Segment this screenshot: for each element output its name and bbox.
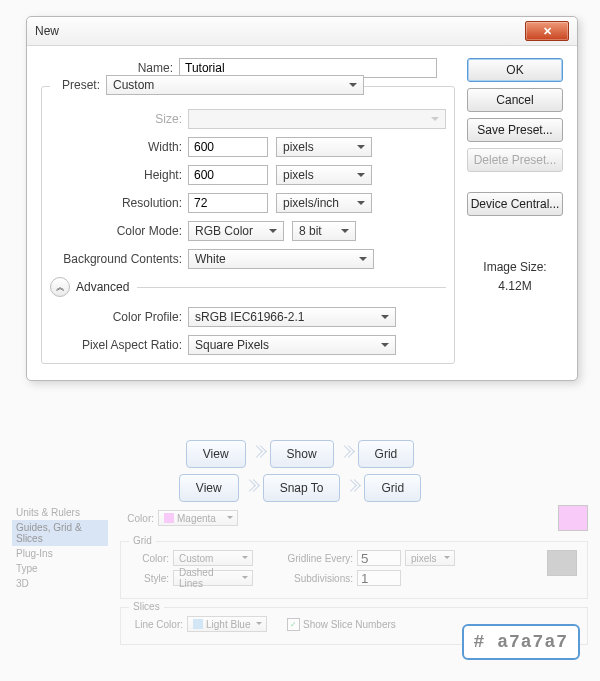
device-central-button[interactable]: Device Central... (467, 192, 563, 216)
subdivisions-input[interactable] (357, 570, 401, 586)
ok-button[interactable]: OK (467, 58, 563, 82)
prefs-sidebar: Units & Rulers Guides, Grid & Slices Plu… (12, 505, 108, 591)
bg-value: White (195, 252, 226, 266)
color-profile-value: sRGB IEC61966-2.1 (195, 310, 304, 324)
width-label: Width: (50, 140, 188, 154)
chevron-right-icon (245, 478, 257, 498)
chevron-right-icon (252, 444, 264, 464)
close-icon: ✕ (543, 25, 552, 38)
width-unit-value: pixels (283, 140, 314, 154)
crumb-view[interactable]: View (186, 440, 246, 468)
dialog-title: New (35, 24, 59, 38)
hex-code-callout: # a7a7a7 (462, 624, 580, 660)
delete-preset-label: Delete Preset... (474, 153, 557, 167)
new-dialog: New ✕ Name: Preset: Custom Size: Width:p… (26, 16, 578, 381)
grid-color-swatch[interactable] (547, 550, 577, 576)
resolution-label: Resolution: (50, 196, 188, 210)
guide-color-label: Color: (120, 513, 154, 524)
bits-select[interactable]: 8 bit (292, 221, 356, 241)
grid-style-select[interactable]: Dashed Lines (173, 570, 253, 586)
titlebar: New ✕ (27, 17, 577, 46)
color-mode-value: RGB Color (195, 224, 253, 238)
size-label: Size: (50, 112, 188, 126)
preset-value: Custom (113, 78, 154, 92)
height-unit-select[interactable]: pixels (276, 165, 372, 185)
grid-color-select[interactable]: Custom (173, 550, 253, 566)
advanced-toggle[interactable]: ︽ (50, 277, 70, 297)
gridline-unit-select[interactable]: pixels (405, 550, 455, 566)
grid-legend: Grid (129, 535, 156, 546)
crumb-grid[interactable]: Grid (358, 440, 415, 468)
gridline-every-label: Gridline Every: (283, 553, 353, 564)
save-preset-button[interactable]: Save Preset... (467, 118, 563, 142)
slice-color-select[interactable]: Light Blue (187, 616, 267, 632)
crumb-view[interactable]: View (179, 474, 239, 502)
device-central-label: Device Central... (471, 197, 560, 211)
ok-label: OK (506, 63, 523, 77)
divider (137, 287, 446, 288)
height-input[interactable] (188, 165, 268, 185)
width-input[interactable] (188, 137, 268, 157)
grid-color-label: Color: (131, 553, 169, 564)
preset-label: Preset: (50, 78, 106, 92)
sidebar-item-guides[interactable]: Guides, Grid & Slices (12, 520, 108, 546)
gridline-unit-value: pixels (411, 553, 437, 564)
grid-style-label: Style: (131, 573, 169, 584)
crumb-label: View (196, 481, 222, 495)
resolution-input[interactable] (188, 193, 268, 213)
sidebar-item-3d[interactable]: 3D (12, 576, 108, 591)
delete-preset-button: Delete Preset... (467, 148, 563, 172)
cancel-label: Cancel (496, 93, 533, 107)
color-profile-select[interactable]: sRGB IEC61966-2.1 (188, 307, 396, 327)
grid-fieldset: Grid Color:Custom Style:Dashed Lines Gri… (120, 541, 588, 599)
menu-path-2: View Snap To Grid (0, 474, 600, 502)
crumb-grid[interactable]: Grid (364, 474, 421, 502)
magenta-swatch-icon (164, 513, 174, 523)
lightblue-swatch-icon (193, 619, 203, 629)
crumb-snap-to[interactable]: Snap To (263, 474, 341, 502)
pixel-aspect-select[interactable]: Square Pixels (188, 335, 396, 355)
checkbox-icon: ✓ (287, 618, 300, 631)
resolution-unit-select[interactable]: pixels/inch (276, 193, 372, 213)
sidebar-item-plugins[interactable]: Plug-Ins (12, 546, 108, 561)
image-size-info: Image Size: 4.12M (467, 258, 563, 296)
chevron-right-icon (340, 444, 352, 464)
grid-color-value: Custom (179, 553, 213, 564)
bg-label: Background Contents: (50, 252, 188, 266)
pixel-aspect-value: Square Pixels (195, 338, 269, 352)
sidebar-item-type[interactable]: Type (12, 561, 108, 576)
save-preset-label: Save Preset... (477, 123, 552, 137)
menu-path-1: View Show Grid (0, 440, 600, 468)
crumb-label: Snap To (280, 481, 324, 495)
gridline-every-input[interactable] (357, 550, 401, 566)
preset-select[interactable]: Custom (106, 75, 364, 95)
crumb-label: View (203, 447, 229, 461)
slices-legend: Slices (129, 601, 164, 612)
cancel-button[interactable]: Cancel (467, 88, 563, 112)
crumb-show[interactable]: Show (270, 440, 334, 468)
height-unit-value: pixels (283, 168, 314, 182)
close-button[interactable]: ✕ (525, 21, 569, 41)
size-select (188, 109, 446, 129)
resolution-unit-value: pixels/inch (283, 196, 339, 210)
name-label: Name: (41, 61, 179, 75)
grid-style-value: Dashed Lines (179, 567, 238, 589)
guide-color-select[interactable]: Magenta (158, 510, 238, 526)
advanced-label: Advanced (76, 280, 129, 294)
crumb-label: Show (287, 447, 317, 461)
guide-color-swatch[interactable] (558, 505, 588, 531)
image-size-label: Image Size: (467, 258, 563, 277)
chevron-up-icon: ︽ (56, 281, 65, 294)
color-mode-select[interactable]: RGB Color (188, 221, 284, 241)
subdivisions-label: Subdivisions: (283, 573, 353, 584)
sidebar-item-units[interactable]: Units & Rulers (12, 505, 108, 520)
show-slice-label: Show Slice Numbers (303, 619, 396, 630)
bg-select[interactable]: White (188, 249, 374, 269)
width-unit-select[interactable]: pixels (276, 137, 372, 157)
pixel-aspect-label: Pixel Aspect Ratio: (50, 338, 188, 352)
bits-value: 8 bit (299, 224, 322, 238)
crumb-label: Grid (381, 481, 404, 495)
show-slice-numbers-checkbox[interactable]: ✓Show Slice Numbers (287, 618, 396, 631)
image-size-value: 4.12M (467, 277, 563, 296)
slice-color-label: Line Color: (131, 619, 183, 630)
